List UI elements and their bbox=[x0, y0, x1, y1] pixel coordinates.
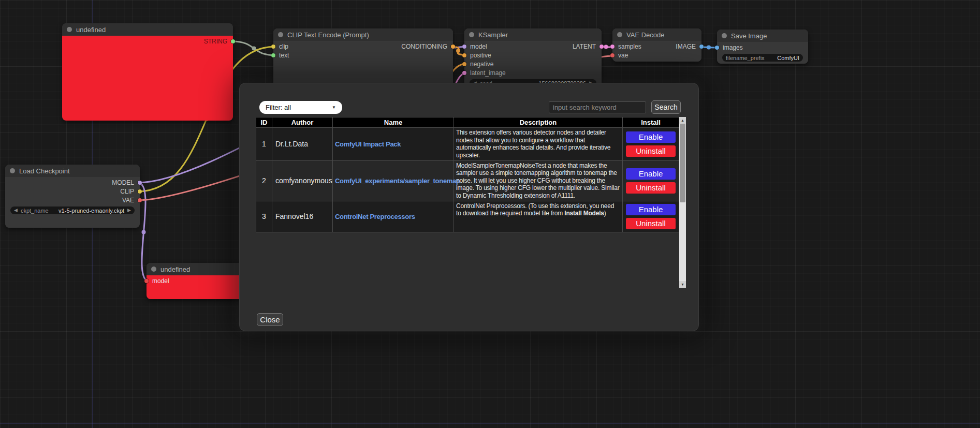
install-buttons: EnableUninstall bbox=[626, 167, 676, 195]
input-slot-label: positive bbox=[470, 51, 491, 60]
slot-row: CLIP bbox=[5, 187, 140, 196]
clip-input-slot[interactable] bbox=[271, 45, 275, 49]
scroll-down-arrow-icon[interactable]: ▼ bbox=[679, 281, 686, 288]
string-output-slot[interactable] bbox=[231, 39, 235, 43]
input-slot-label: images bbox=[723, 43, 743, 52]
extension-name-cell: ComfyUI_experiments/sampler_tonemap bbox=[333, 160, 454, 201]
slot-row: modelLATENT bbox=[464, 42, 602, 51]
output-slot-label: MODEL bbox=[112, 179, 134, 187]
model-input-slot[interactable] bbox=[462, 45, 466, 49]
extension-id-cell: 3 bbox=[256, 201, 272, 232]
node-save-image[interactable]: Save Imageimagesfilename_prefixComfyUI bbox=[717, 29, 808, 64]
scroll-thumb[interactable] bbox=[680, 124, 685, 202]
node-title-bar[interactable]: undefined bbox=[62, 23, 233, 36]
widget-label: ckpt_name bbox=[21, 208, 49, 214]
enable-button[interactable]: Enable bbox=[626, 168, 676, 180]
link-midpoint-dot bbox=[142, 230, 146, 234]
ckpt-name-widget[interactable]: ◀ckpt_namev1-5-pruned-emaonly.ckpt▶ bbox=[10, 206, 135, 214]
close-button[interactable]: Close bbox=[257, 313, 283, 326]
table-scrollbar[interactable]: ▲ ▼ bbox=[679, 117, 686, 288]
filter-select-value: Filter: all bbox=[266, 104, 291, 111]
extension-name-link[interactable]: ControlNet Preprocessors bbox=[335, 213, 415, 220]
node-title: undefined bbox=[76, 26, 106, 34]
samples-input-slot[interactable] bbox=[610, 45, 615, 49]
input-slot-label: vae bbox=[618, 51, 628, 60]
slot-row: samplesIMAGE bbox=[612, 42, 701, 51]
uninstall-button[interactable]: Uninstall bbox=[626, 145, 676, 157]
node-title-bar[interactable]: Save Image bbox=[717, 29, 808, 42]
extension-install-cell: EnableUninstall bbox=[623, 160, 679, 201]
clip-output-slot[interactable] bbox=[138, 189, 142, 194]
table-row: 2comfyanonymousComfyUI_experiments/sampl… bbox=[256, 160, 679, 201]
input-slot-label: model bbox=[470, 42, 487, 51]
model-output-slot[interactable] bbox=[138, 181, 142, 185]
latent-image-input-slot[interactable] bbox=[462, 71, 466, 75]
extension-install-cell: EnableUninstall bbox=[623, 201, 679, 232]
widget-value: v1-5-pruned-emaonly.ckpt bbox=[58, 208, 124, 214]
node-vae-decode[interactable]: VAE DecodesamplesIMAGEvae bbox=[612, 28, 701, 62]
link-midpoint-dot bbox=[604, 45, 608, 49]
uninstall-button[interactable]: Uninstall bbox=[626, 218, 676, 229]
conditioning-output-slot[interactable] bbox=[451, 45, 455, 49]
input-slot-label: samples bbox=[618, 42, 641, 51]
output-slot-label: CONDITIONING bbox=[401, 42, 447, 51]
text-input-slot[interactable] bbox=[271, 53, 275, 57]
node-title-bar[interactable]: CLIP Text Encode (Prompt) bbox=[273, 28, 453, 41]
uninstall-button[interactable]: Uninstall bbox=[626, 182, 676, 194]
node-load-checkpoint[interactable]: Load CheckpointMODELCLIPVAE◀ckpt_namev1-… bbox=[5, 165, 140, 228]
link-midpoint-dot bbox=[707, 46, 711, 50]
output-slot-label: VAE bbox=[122, 196, 134, 205]
install-buttons: EnableUninstall bbox=[626, 202, 676, 231]
filename-prefix-widget[interactable]: filename_prefixComfyUI bbox=[722, 54, 803, 62]
filter-select[interactable]: Filter: all ▼ bbox=[259, 101, 342, 114]
column-header-description: Description bbox=[454, 117, 623, 128]
extension-id-cell: 1 bbox=[256, 128, 272, 161]
slot-row: positive bbox=[464, 51, 602, 60]
model-input-slot[interactable] bbox=[144, 279, 149, 283]
extension-name-link[interactable]: ComfyUI Impact Pack bbox=[335, 140, 401, 148]
extension-description-cell: ControlNet Preprocessors. (To use this e… bbox=[454, 201, 623, 232]
node-title-bar[interactable]: KSampler bbox=[464, 28, 602, 41]
enable-button[interactable]: Enable bbox=[626, 204, 676, 215]
enable-button[interactable]: Enable bbox=[626, 131, 676, 143]
vae-output-slot[interactable] bbox=[138, 198, 142, 202]
link-midpoint-dot bbox=[456, 49, 460, 53]
node-status-dot bbox=[67, 27, 72, 32]
column-header-name: Name bbox=[333, 117, 454, 128]
vae-input-slot[interactable] bbox=[610, 53, 615, 57]
node-title: CLIP Text Encode (Prompt) bbox=[287, 31, 369, 39]
node-undefined[interactable]: undefinedSTRING bbox=[62, 23, 233, 121]
latent-output-slot[interactable] bbox=[599, 45, 604, 49]
widget-label: filename_prefix bbox=[726, 55, 765, 61]
extension-author-cell: comfyanonymous bbox=[272, 160, 333, 201]
scroll-up-arrow-icon[interactable]: ▲ bbox=[679, 117, 686, 124]
input-slot-label: model bbox=[152, 277, 169, 286]
extension-name-link[interactable]: ComfyUI_experiments/sampler_tonemap bbox=[335, 177, 460, 185]
chevron-down-icon: ▼ bbox=[332, 105, 336, 110]
negative-input-slot[interactable] bbox=[462, 62, 466, 66]
extension-install-cell: EnableUninstall bbox=[623, 128, 679, 161]
slot-row: VAE bbox=[5, 196, 140, 205]
increment-arrow-icon[interactable]: ▶ bbox=[127, 206, 131, 214]
search-input[interactable] bbox=[549, 101, 646, 113]
widget-value: ComfyUI bbox=[777, 55, 799, 61]
decrement-arrow-icon[interactable]: ◀ bbox=[14, 206, 18, 214]
slot-row: text bbox=[273, 51, 453, 60]
image-output-slot[interactable] bbox=[699, 45, 704, 49]
node-status-dot bbox=[469, 32, 474, 37]
search-button[interactable]: Search bbox=[651, 100, 681, 114]
output-slot-label: CLIP bbox=[120, 187, 134, 196]
positive-input-slot[interactable] bbox=[462, 53, 466, 57]
node-body: imagesfilename_prefixComfyUI bbox=[717, 42, 808, 64]
column-header-author: Author bbox=[272, 117, 333, 128]
output-slot-label: LATENT bbox=[573, 42, 596, 51]
output-slot-label: STRING bbox=[204, 37, 227, 46]
node-title-bar[interactable]: VAE Decode bbox=[612, 28, 701, 41]
images-input-slot[interactable] bbox=[715, 46, 719, 50]
input-slot-label: negative bbox=[470, 60, 493, 69]
node-status-dot bbox=[10, 168, 15, 173]
node-title-bar[interactable]: Load Checkpoint bbox=[5, 165, 140, 177]
node-title: undefined bbox=[160, 265, 190, 273]
node-title: KSampler bbox=[478, 31, 508, 39]
slot-row: negative bbox=[464, 60, 602, 69]
